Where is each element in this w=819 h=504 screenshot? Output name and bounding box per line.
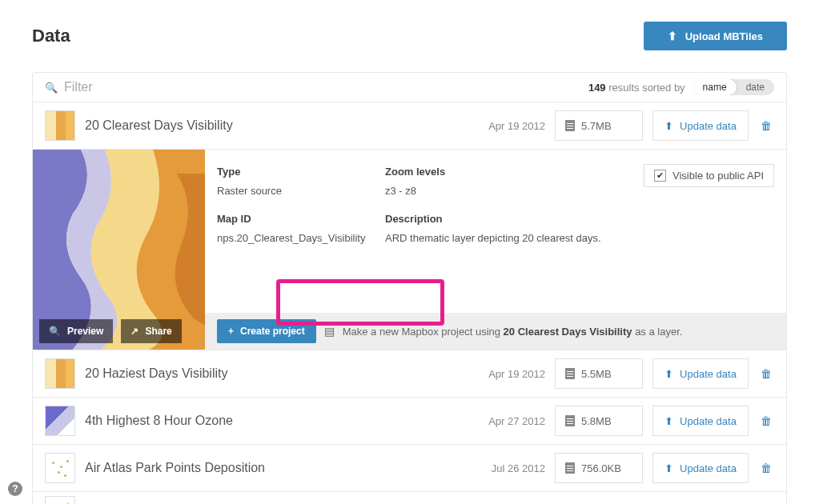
layer-thumbnail bbox=[45, 453, 75, 483]
upload-icon: ⬆ bbox=[664, 462, 673, 474]
create-project-button[interactable]: + Create project bbox=[217, 319, 316, 343]
layer-date: Apr 19 2012 bbox=[473, 368, 545, 380]
layer-thumbnail bbox=[45, 110, 75, 141]
upload-icon: ⬆ bbox=[668, 30, 677, 42]
share-button[interactable]: ↗ Share bbox=[121, 319, 181, 343]
file-icon bbox=[565, 462, 575, 474]
file-icon bbox=[565, 368, 575, 379]
mapid-value: nps.20_Clearest_Days_Visibility bbox=[217, 232, 365, 244]
file-size-box: 756.0KB bbox=[555, 453, 643, 483]
trash-icon: 🗑 bbox=[761, 414, 772, 427]
upload-mbtiles-button[interactable]: ⬆ Upload MBTiles bbox=[644, 22, 787, 50]
magnify-icon: 🔍 bbox=[49, 326, 61, 337]
file-size-box: 5.5MB bbox=[555, 358, 643, 389]
map-preview: 🔍 Preview ↗ Share bbox=[33, 150, 205, 350]
delete-button[interactable]: 🗑 bbox=[758, 119, 774, 132]
page-title: Data bbox=[32, 26, 70, 46]
data-row[interactable]: Air Atlas Park Points Deposition Jul 26 … bbox=[33, 445, 786, 492]
mapid-label: Map ID bbox=[217, 213, 369, 225]
sort-date-option[interactable]: date bbox=[737, 79, 774, 95]
visibility-label: Visible to public API bbox=[672, 170, 764, 182]
trash-icon: 🗑 bbox=[761, 367, 772, 380]
update-data-button[interactable]: ⬆ Update data bbox=[652, 110, 749, 141]
expanded-panel: 🔍 Preview ↗ Share Type Raster source bbox=[33, 150, 786, 350]
layer-title: 20 Haziest Days Visibility bbox=[85, 366, 464, 381]
delete-button[interactable]: 🗑 bbox=[758, 367, 774, 380]
layer-title: Air Atlas Park Points Deposition bbox=[85, 461, 464, 475]
data-row[interactable]: 20 Clearest Days Visibility Apr 19 2012 … bbox=[33, 102, 786, 150]
data-row[interactable]: 20 Haziest Days Visibility Apr 19 2012 5… bbox=[33, 350, 786, 398]
type-label: Type bbox=[217, 166, 369, 178]
share-icon: ↗ bbox=[130, 326, 139, 337]
layer-title: 20 Clearest Days Visibility bbox=[85, 118, 464, 133]
description-label: Description bbox=[385, 213, 774, 225]
sort-name-option[interactable]: name bbox=[693, 79, 737, 95]
checkbox-checked-icon: ✔ bbox=[654, 170, 666, 182]
zoom-value: z3 - z8 bbox=[385, 185, 416, 197]
layer-date: Apr 27 2012 bbox=[473, 415, 545, 427]
file-icon bbox=[565, 415, 575, 426]
helper-text: Make a new Mapbox project using 20 Clear… bbox=[343, 326, 683, 338]
layer-date: Jul 26 2012 bbox=[473, 462, 545, 474]
data-row[interactable] bbox=[33, 492, 786, 504]
file-icon bbox=[565, 120, 575, 131]
preview-button[interactable]: 🔍 Preview bbox=[39, 319, 113, 343]
layer-date: Apr 19 2012 bbox=[473, 120, 545, 132]
file-size-box: 5.8MB bbox=[555, 406, 643, 436]
layers-icon: ▤ bbox=[324, 325, 335, 338]
help-button[interactable]: ? bbox=[8, 482, 22, 496]
upload-icon: ⬆ bbox=[664, 120, 673, 132]
upload-icon: ⬆ bbox=[664, 368, 673, 380]
layer-thumbnail bbox=[45, 358, 75, 389]
description-value: ARD thematic layer depicting 20 clearest… bbox=[385, 232, 601, 244]
layer-thumbnail bbox=[45, 406, 75, 436]
trash-icon: 🗑 bbox=[761, 462, 772, 474]
file-size-box: 5.7MB bbox=[555, 110, 643, 141]
update-data-button[interactable]: ⬆ Update data bbox=[652, 453, 749, 483]
upload-label: Upload MBTiles bbox=[685, 30, 763, 42]
trash-icon: 🗑 bbox=[761, 119, 772, 132]
results-count-text: 149 results sorted by bbox=[588, 82, 685, 94]
plus-icon: + bbox=[228, 326, 234, 337]
sort-toggle[interactable]: name date bbox=[693, 79, 774, 95]
delete-button[interactable]: 🗑 bbox=[758, 414, 774, 427]
update-data-button[interactable]: ⬆ Update data bbox=[652, 406, 749, 436]
help-icon: ? bbox=[12, 483, 18, 494]
layer-title: 4th Highest 8 Hour Ozone bbox=[85, 414, 464, 428]
visibility-toggle[interactable]: ✔ Visible to public API bbox=[644, 164, 774, 187]
search-icon: 🔍 bbox=[45, 82, 58, 94]
upload-icon: ⬆ bbox=[664, 415, 673, 427]
data-row[interactable]: 4th Highest 8 Hour Ozone Apr 27 2012 5.8… bbox=[33, 398, 786, 445]
type-value: Raster source bbox=[217, 185, 282, 197]
update-data-button[interactable]: ⬆ Update data bbox=[652, 358, 749, 389]
layer-thumbnail bbox=[45, 496, 75, 504]
filter-input[interactable] bbox=[64, 80, 588, 94]
delete-button[interactable]: 🗑 bbox=[758, 462, 774, 474]
